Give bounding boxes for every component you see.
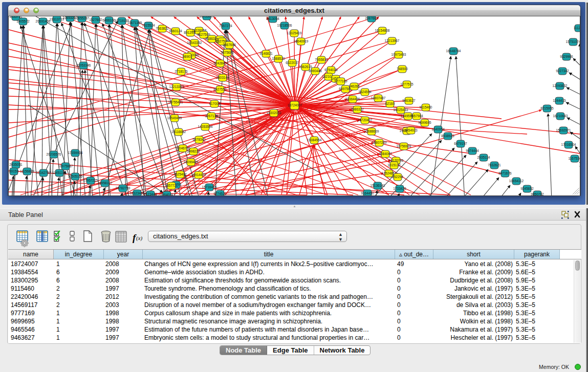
- svg-text:10975887: 10975887: [58, 164, 73, 168]
- svg-text:1405572: 1405572: [16, 19, 30, 23]
- svg-text:12505135: 12505135: [68, 174, 83, 178]
- svg-text:16914479: 16914479: [191, 173, 206, 177]
- svg-text:9660124: 9660124: [169, 29, 182, 33]
- svg-text:2435051: 2435051: [9, 163, 23, 166]
- svg-text:18807249: 18807249: [372, 141, 387, 144]
- svg-text:6466160: 6466160: [102, 18, 116, 22]
- svg-text:20364436: 20364436: [345, 97, 360, 101]
- svg-text:5875685: 5875685: [221, 51, 234, 54]
- svg-text:20206576: 20206576: [47, 152, 61, 156]
- svg-text:10655287: 10655287: [75, 16, 90, 20]
- svg-text:1362615: 1362615: [299, 65, 312, 69]
- svg-text:14353594: 14353594: [198, 125, 213, 128]
- svg-text:2935114: 2935114: [477, 156, 490, 159]
- svg-text:252254: 252254: [392, 175, 403, 179]
- svg-text:(x): (x): [136, 235, 143, 242]
- svg-text:6479197: 6479197: [454, 142, 467, 145]
- svg-text:9115460: 9115460: [420, 105, 432, 109]
- svg-text:7515524: 7515524: [142, 24, 155, 27]
- svg-text:1277515: 1277515: [400, 82, 413, 86]
- svg-text:39159: 39159: [9, 169, 18, 173]
- svg-text:9857984: 9857984: [410, 114, 423, 118]
- svg-text:11156829: 11156829: [20, 169, 34, 173]
- svg-text:7663822: 7663822: [156, 27, 169, 30]
- svg-text:12342757: 12342757: [36, 171, 51, 174]
- svg-text:9146821: 9146821: [259, 52, 273, 55]
- svg-text:62160: 62160: [385, 102, 395, 105]
- svg-text:7357274: 7357274: [219, 24, 232, 28]
- svg-text:8990448: 8990448: [309, 69, 322, 73]
- svg-text:8215955: 8215955: [540, 106, 554, 110]
- svg-text:3267130: 3267130: [205, 114, 218, 118]
- svg-text:12323466: 12323466: [130, 191, 145, 195]
- svg-text:5878342: 5878342: [192, 138, 206, 141]
- svg-text:1640954: 1640954: [431, 127, 445, 131]
- svg-text:9699695: 9699695: [418, 121, 431, 124]
- svg-text:12213967: 12213967: [385, 39, 400, 42]
- svg-text:17016504: 17016504: [561, 143, 576, 146]
- svg-text:15136141: 15136141: [371, 184, 385, 187]
- svg-text:9474444: 9474444: [466, 149, 479, 152]
- svg-text:9777169: 9777169: [334, 79, 347, 83]
- svg-text:8664034: 8664034: [160, 193, 173, 195]
- svg-text:8471676: 8471676: [498, 171, 512, 175]
- svg-text:10671355: 10671355: [127, 21, 142, 25]
- svg-text:19302033: 19302033: [267, 111, 281, 115]
- svg-text:10755421: 10755421: [168, 100, 183, 104]
- svg-text:7986322: 7986322: [351, 107, 364, 111]
- svg-text:10973493: 10973493: [391, 53, 406, 56]
- svg-text:1588520: 1588520: [272, 57, 285, 60]
- svg-text:16782759: 16782759: [116, 186, 130, 190]
- svg-text:16033809: 16033809: [200, 16, 214, 18]
- svg-text:9245652: 9245652: [520, 187, 534, 190]
- svg-text:2803144: 2803144: [216, 76, 229, 79]
- svg-text:12093832: 12093832: [553, 84, 568, 87]
- svg-text:9850762: 9850762: [531, 192, 544, 195]
- svg-text:9329966: 9329966: [560, 55, 573, 58]
- svg-text:19384554: 19384554: [307, 138, 322, 142]
- svg-text:15716485: 15716485: [202, 185, 217, 189]
- svg-text:10958107: 10958107: [98, 181, 113, 185]
- svg-text:8813054: 8813054: [266, 17, 279, 20]
- svg-text:10756928: 10756928: [397, 144, 411, 148]
- svg-text:13325419: 13325419: [287, 31, 302, 35]
- svg-text:10654112: 10654112: [509, 179, 524, 183]
- svg-text:7625402: 7625402: [173, 172, 187, 176]
- svg-text:5498222: 5498222: [187, 149, 200, 153]
- svg-text:17957225: 17957225: [83, 179, 98, 182]
- svg-text:9164450: 9164450: [361, 191, 374, 195]
- svg-text:10807487: 10807487: [371, 96, 386, 100]
- svg-text:1244415: 1244415: [553, 99, 566, 102]
- svg-text:1615132: 1615132: [387, 163, 401, 167]
- svg-text:15692971: 15692971: [556, 128, 571, 132]
- svg-text:10046766: 10046766: [176, 146, 190, 150]
- svg-text:16154808: 16154808: [375, 29, 390, 32]
- svg-text:8938923: 8938923: [441, 134, 454, 138]
- svg-text:9454923: 9454923: [404, 128, 418, 132]
- svg-text:19218506: 19218506: [277, 24, 292, 27]
- svg-text:1167534: 1167534: [569, 157, 580, 160]
- svg-text:20053346: 20053346: [76, 63, 91, 67]
- svg-text:1527602: 1527602: [89, 18, 102, 21]
- svg-text:98901: 98901: [183, 55, 192, 58]
- svg-text:16543352: 16543352: [187, 41, 202, 45]
- svg-text:19116682: 19116682: [171, 130, 186, 134]
- svg-text:9242845: 9242845: [213, 61, 227, 65]
- svg-text:10688609: 10688609: [364, 129, 379, 133]
- svg-text:9227342: 9227342: [556, 69, 569, 73]
- svg-text:9463627: 9463627: [402, 99, 416, 102]
- svg-text:7632621: 7632621: [488, 163, 501, 167]
- svg-text:111215: 111215: [574, 26, 580, 30]
- svg-text:20691406: 20691406: [36, 19, 51, 23]
- svg-text:12213363: 12213363: [169, 85, 184, 89]
- svg-text:9123446: 9123446: [144, 192, 157, 195]
- svg-text:16640919: 16640919: [294, 39, 309, 43]
- svg-text:15720407: 15720407: [358, 118, 373, 122]
- svg-text:9084067: 9084067: [379, 152, 392, 156]
- svg-text:6322037: 6322037: [286, 61, 299, 64]
- svg-text:9857721: 9857721: [165, 184, 178, 187]
- svg-text:17359934: 17359934: [68, 151, 83, 155]
- svg-text:3624554: 3624554: [358, 90, 372, 94]
- svg-text:16648784: 16648784: [446, 49, 461, 53]
- svg-text:15751074: 15751074: [566, 40, 580, 43]
